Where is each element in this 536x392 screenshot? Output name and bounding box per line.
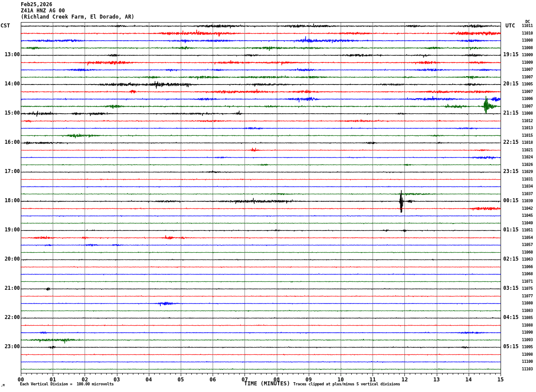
dc-value: 11088 [522, 323, 533, 327]
utc-time-label: 21:15 [503, 111, 519, 116]
scale-note: Each Vertical Division = 100.00 microvol… [20, 382, 114, 386]
utc-time-label: 20:15 [503, 81, 519, 87]
dc-value: 11095 [522, 345, 533, 349]
dc-value: 11008 [522, 46, 533, 50]
dc-value: 11042 [522, 207, 533, 211]
utc-time-label: 00:15 [503, 198, 519, 204]
utc-time-label: 04:15 [503, 315, 519, 320]
header-date: Feb25,2026 [21, 2, 52, 8]
cst-time-label: 23:00 [0, 344, 20, 350]
dc-value: 11054 [522, 236, 533, 240]
dc-value: 11075 [522, 287, 533, 291]
helicorder-page: Feb25,2026 Z41A HNZ AG 00 (Richland Cree… [0, 0, 536, 392]
right-axis-label: UTC [505, 23, 515, 28]
dc-value: 11006 [522, 97, 533, 101]
dc-value: 11010 [522, 31, 533, 35]
dc-value: 11026 [522, 163, 533, 167]
cst-time-label: 14:00 [0, 81, 20, 87]
dc-value: 11039 [522, 199, 533, 203]
dc-value: 11007 [522, 104, 533, 108]
dc-value: 11029 [522, 170, 533, 174]
dc-value: 11007 [522, 90, 533, 94]
x-tick-label: 13 [430, 377, 443, 382]
dc-value: 11013 [522, 126, 533, 130]
dc-value: 11083 [522, 309, 533, 313]
x-tick-label: 04 [142, 377, 155, 382]
dc-value: 11031 [522, 177, 533, 181]
dc-value: 11060 [522, 250, 533, 254]
dc-value: 11009 [522, 61, 533, 65]
header-station: Z41A HNZ AG 00 [21, 8, 65, 14]
utc-time-label: 22:15 [503, 140, 519, 145]
dc-value: 11007 [522, 68, 533, 72]
cst-time-label: 19:00 [0, 227, 20, 233]
dc-value: 11085 [522, 316, 533, 320]
utc-time-label: 02:15 [503, 257, 519, 262]
x-tick-label: 05 [174, 377, 187, 382]
dc-value: 11093 [522, 338, 533, 342]
dc-value: 11012 [522, 119, 533, 123]
cst-time-label: 15:00 [0, 111, 20, 116]
dc-value: 11049 [522, 221, 533, 225]
header-location: (Richland Creek Farm, El Dorado, AR) [21, 15, 134, 20]
cst-time-label: 20:00 [0, 257, 20, 262]
dc-value: 11068 [522, 272, 533, 276]
dc-value: 11007 [522, 75, 533, 79]
clip-note: Traces clipped at plus/minus 5 vertical … [293, 382, 400, 386]
cst-time-label: 21:00 [0, 286, 20, 291]
dc-value: 11008 [522, 111, 533, 115]
x-tick-label: 06 [206, 377, 219, 382]
dc-value: 11009 [522, 53, 533, 57]
dc-value: 11080 [522, 301, 533, 305]
dc-value: 11018 [522, 141, 533, 145]
dc-value: 11090 [522, 331, 533, 334]
x-tick-label: 15 [494, 377, 507, 382]
dc-value: 11057 [522, 243, 533, 247]
utc-time-label: 23:15 [503, 169, 519, 174]
helicorder-canvas [0, 0, 536, 392]
x-axis-title: TIME (MINUTES) [244, 381, 290, 386]
dc-value: 11024 [522, 155, 533, 159]
dc-value: 11021 [522, 148, 533, 152]
left-axis-label: CST [0, 23, 10, 28]
utc-time-label: 19:15 [503, 52, 519, 58]
cst-time-label: 17:00 [0, 169, 20, 174]
cst-time-label: 18:00 [0, 198, 20, 204]
dc-value: 11008 [522, 38, 533, 42]
dc-value: 11005 [522, 82, 533, 86]
dc-value: 11045 [522, 214, 533, 218]
dc-value: 11103 [522, 367, 533, 371]
corner-mark: ,M [1, 384, 4, 387]
dc-value: 11034 [522, 184, 533, 188]
utc-time-label: 01:15 [503, 227, 519, 233]
dc-value: 11015 [522, 134, 533, 138]
dc-value: 11077 [522, 294, 533, 298]
dc-value: 11098 [522, 353, 533, 357]
dc-value: 11037 [522, 192, 533, 196]
cst-time-label: 22:00 [0, 315, 20, 320]
dc-value: 11071 [522, 280, 533, 284]
dc-value: 11066 [522, 265, 533, 269]
cst-time-label: 16:00 [0, 140, 20, 145]
dc-value: 11063 [522, 257, 533, 261]
utc-time-label: 03:15 [503, 286, 519, 291]
utc-time-label: 05:15 [503, 344, 519, 350]
dc-value: 11011 [522, 24, 533, 28]
cst-time-label: 13:00 [0, 52, 20, 58]
x-tick-label: 14 [462, 377, 475, 382]
dc-value: 11100 [522, 360, 533, 364]
dc-value: 11051 [522, 228, 533, 232]
